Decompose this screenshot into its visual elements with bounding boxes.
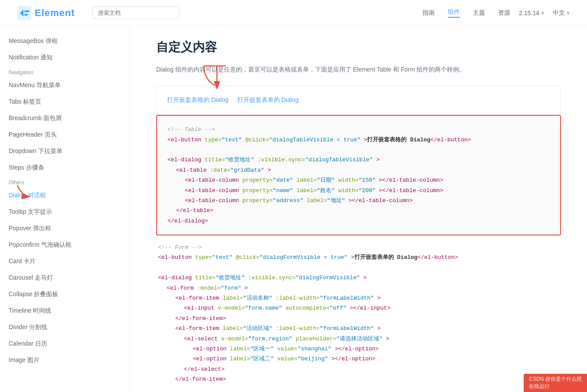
code-line-4: <el-table :data="gridData" > [167, 165, 550, 175]
nav-resources[interactable]: 资源 [498, 9, 510, 17]
sidebar-arrow-area: Dialog 对话框 [0, 187, 130, 204]
sidebar-item-tooltip[interactable]: Tooltip 文字提示 [0, 204, 130, 220]
sidebar-section-others: Others [0, 176, 130, 187]
page-title: 自定义内容 [156, 39, 561, 56]
svg-rect-0 [17, 6, 31, 20]
header: Element 指南 组件 主题 资源 2.15.14 ∨ 中文 ∨ [0, 0, 587, 26]
nav-components[interactable]: 组件 [448, 8, 460, 18]
code-line-form-8: <el-form-item label="活动区域" :label-width=… [158, 323, 559, 333]
sidebar-item-popconfirm[interactable]: Popconfirm 气泡确认框 [0, 237, 130, 253]
sidebar-item-pageheader[interactable]: PageHeader 页头 [0, 127, 130, 143]
code-line-form-11: <el-option label="区域二" value="beijing" >… [158, 354, 559, 364]
page-description: Dialog 组件的内容可以是任意的，甚至可以是表格或表单，下面是应用了 Ele… [156, 64, 561, 75]
sidebar-item-carousel[interactable]: Carousel 走马灯 [0, 270, 130, 286]
code-line-7: <el-table-column property="address" labe… [167, 196, 550, 206]
code-block-highlighted: <!-- Table --> <el-button type="text" @c… [156, 115, 561, 235]
code-line-form-9: <el-select v-model="form.region" placeho… [158, 334, 559, 344]
code-line-form-12: </el-select> [158, 364, 559, 374]
code-line-form-10: <el-option label="区域一" value="shanghai" … [158, 344, 559, 354]
code-line-form-7: </el-form-item> [158, 314, 559, 323]
logo[interactable]: Element [17, 6, 75, 20]
search-input[interactable] [92, 7, 179, 19]
lang-text: 中文 [553, 9, 565, 17]
version-selector[interactable]: 2.15.14 ∨ [519, 10, 544, 16]
sidebar-item-collapse[interactable]: Collapse 折叠面板 [0, 286, 130, 303]
code-line-form-5: <el-form-item label="活动名称" :label-width=… [158, 293, 559, 303]
svg-rect-1 [24, 10, 30, 12]
main-content: 自定义内容 Dialog 组件的内容可以是任意的，甚至可以是表格或表单，下面是应… [130, 26, 587, 392]
page-body: MessageBox 弹框 Notification 通知 Navigation… [0, 26, 587, 392]
logo-icon [17, 6, 31, 20]
bottom-bar-subtext: 在线运行 [529, 383, 582, 390]
bottom-bar-text: CSDN @你是个什么橙 [529, 376, 582, 383]
code-line-1: <!-- Table --> [167, 124, 550, 134]
sidebar-item[interactable]: Notification 通知 [0, 49, 130, 66]
open-form-dialog-btn[interactable]: 打开嵌套表单的 Dialog [237, 96, 299, 104]
sidebar-item-breadcrumb[interactable]: Breadcrumb 面包屑 [0, 110, 130, 127]
version-arrow: ∨ [541, 10, 544, 15]
code-line-6: <el-table-column property="name" label="… [167, 186, 550, 196]
demo-box: 打开嵌套表格的 Dialog 打开嵌套表单的 Dialog [156, 85, 561, 115]
svg-rect-2 [24, 14, 28, 16]
sidebar-item-dropdown[interactable]: Dropdown 下拉菜单 [0, 143, 130, 160]
code-line-3: <el-dialog title="收货地址" :visible.sync="d… [167, 155, 550, 165]
code-line-form-1: <!-- Form --> [158, 242, 559, 252]
code-line-form-6: <el-input v-model="form.name" autocomple… [158, 303, 559, 313]
sidebar: MessageBox 弹框 Notification 通知 Navigation… [0, 26, 130, 392]
nav-guide[interactable]: 指南 [423, 9, 435, 17]
sidebar-item-image[interactable]: Image 图片 [0, 352, 130, 369]
lang-arrow: ∨ [567, 10, 570, 15]
code-line-9: </el-dialog> [167, 216, 550, 226]
demo-area-wrapper: 打开嵌套表格的 Dialog 打开嵌套表单的 Dialog [156, 85, 561, 115]
bottom-bar: CSDN @你是个什么橙 在线运行 [524, 374, 587, 392]
sidebar-item-navmenu[interactable]: NavMenu 导航菜单 [0, 77, 130, 94]
logo-text: Element [35, 7, 75, 19]
sidebar-item-calendar[interactable]: Calendar 日历 [0, 336, 130, 352]
code-section-form: <!-- Form --> <el-button type="text" @cl… [156, 242, 561, 384]
code-line-form-3: <el-dialog title="收货地址" :visible.sync="d… [158, 273, 559, 283]
sidebar-item-card[interactable]: Card 卡片 [0, 253, 130, 270]
search-box [92, 7, 179, 19]
nav-theme[interactable]: 主题 [473, 9, 485, 17]
nav-links: 指南 组件 主题 资源 [423, 8, 510, 18]
code-line-form-13: </el-form-item> [158, 374, 559, 384]
sidebar-item-steps[interactable]: Steps 步骤条 [0, 160, 130, 176]
code-line-form-4: <el-form :model="form" > [158, 283, 559, 293]
sidebar-item-tabs[interactable]: Tabs 标签页 [0, 94, 130, 110]
sidebar-item[interactable]: MessageBox 弹框 [0, 33, 130, 49]
code-line-blank1 [167, 145, 550, 155]
sidebar-section-navigation: Navigation [0, 66, 130, 77]
code-line-8: </el-table> [167, 206, 550, 216]
sidebar-item-dialog[interactable]: Dialog 对话框 [0, 187, 130, 204]
lang-selector[interactable]: 中文 ∨ [553, 9, 570, 17]
code-line-5: <el-table-column property="date" label="… [167, 175, 550, 185]
demo-buttons: 打开嵌套表格的 Dialog 打开嵌套表单的 Dialog [167, 96, 550, 104]
sidebar-item-timeline[interactable]: Timeline 时间线 [0, 303, 130, 319]
sidebar-item-popover[interactable]: Popover 弹出框 [0, 220, 130, 237]
code-line-2: <el-button type="text" @click="dialogTab… [167, 135, 550, 145]
version-text: 2.15.14 [519, 10, 539, 16]
sidebar-item-divider[interactable]: Divider 分割线 [0, 319, 130, 336]
code-line-form-blank [158, 263, 559, 273]
open-table-dialog-btn[interactable]: 打开嵌套表格的 Dialog [167, 96, 229, 104]
code-line-form-2: <el-button type="text" @click="dialogFor… [158, 252, 559, 262]
